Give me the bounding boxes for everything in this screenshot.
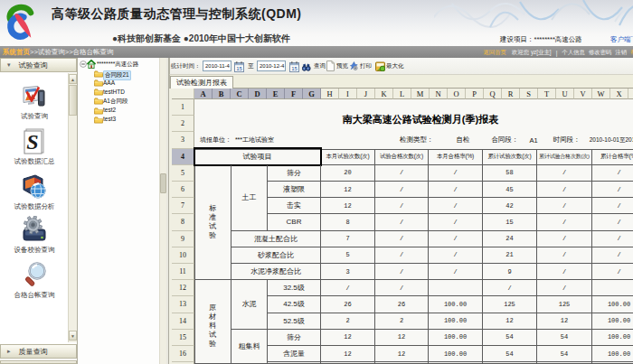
svg-text:15: 15 — [291, 66, 298, 71]
svg-text:15: 15 — [236, 66, 242, 71]
svg-text:S: S — [26, 130, 38, 154]
